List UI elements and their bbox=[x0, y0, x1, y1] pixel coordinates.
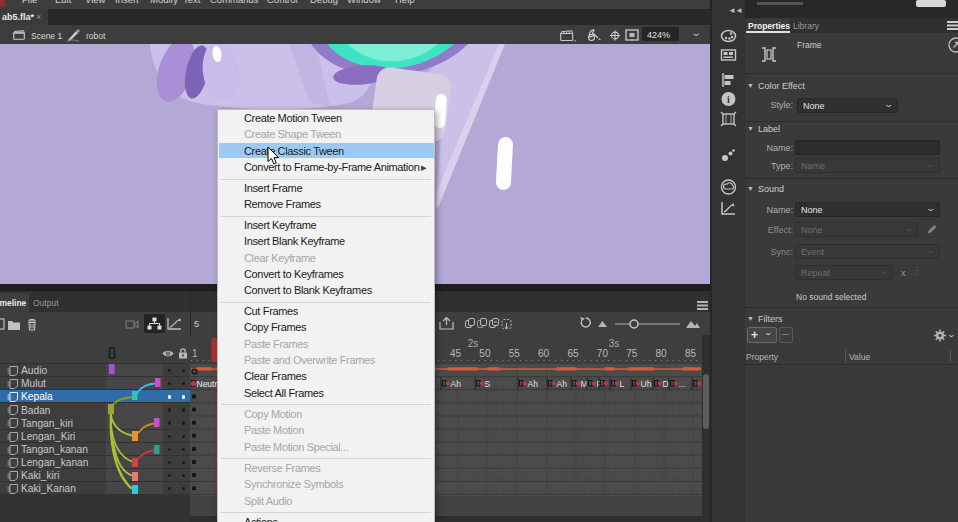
svg-text:Ah: Ah bbox=[557, 379, 568, 389]
svg-text:85: 85 bbox=[685, 348, 697, 359]
svg-text:...: ... bbox=[679, 379, 686, 389]
svg-text:i: i bbox=[727, 94, 730, 105]
svg-text:Ah: Ah bbox=[451, 379, 462, 389]
svg-text:75: 75 bbox=[626, 348, 638, 359]
svg-text:50: 50 bbox=[479, 348, 491, 359]
svg-text:65: 65 bbox=[567, 348, 579, 359]
svg-text:80: 80 bbox=[656, 348, 668, 359]
svg-text:D: D bbox=[663, 379, 669, 389]
svg-text:3s: 3s bbox=[609, 338, 620, 349]
svg-text:Uh: Uh bbox=[641, 379, 652, 389]
svg-text:1: 1 bbox=[192, 348, 198, 359]
svg-text:60: 60 bbox=[538, 348, 550, 359]
svg-text:2s: 2s bbox=[468, 338, 479, 349]
svg-text:L: L bbox=[620, 379, 625, 389]
svg-text:55: 55 bbox=[509, 348, 521, 359]
svg-text:Ah: Ah bbox=[528, 379, 539, 389]
svg-text:S: S bbox=[485, 379, 491, 389]
svg-text:70: 70 bbox=[597, 348, 609, 359]
svg-text:45: 45 bbox=[450, 348, 462, 359]
